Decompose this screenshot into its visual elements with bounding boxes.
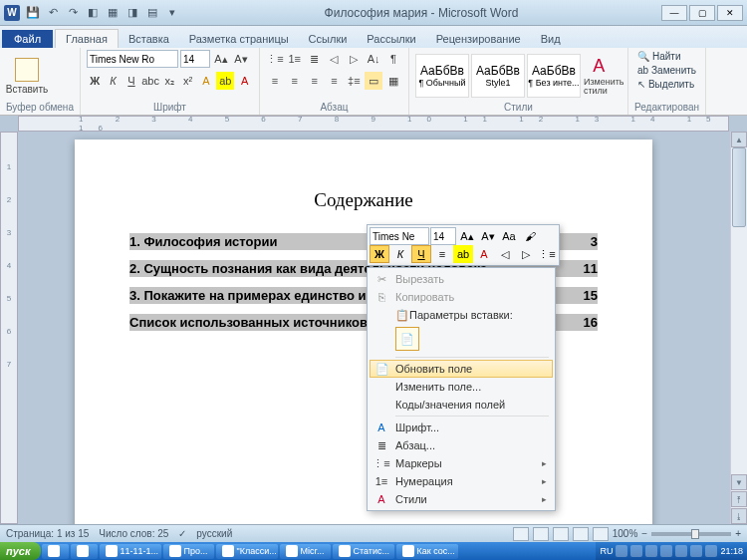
status-proofing-icon[interactable]: ✓ [178, 528, 186, 539]
strike-button[interactable]: abc [141, 72, 159, 90]
maximize-button[interactable]: ▢ [689, 5, 715, 21]
find-button[interactable]: 🔍Найти [634, 50, 699, 63]
menu-paragraph[interactable]: ≣Абзац... [370, 436, 553, 454]
qat-btn-5[interactable]: ▦ [104, 4, 122, 22]
style-3[interactable]: АаБбВв¶ Без инте... [527, 54, 581, 98]
close-button[interactable]: ✕ [717, 5, 743, 21]
bullets-button[interactable]: ⋮≡ [266, 50, 284, 68]
shrink-font-button[interactable]: A▾ [232, 50, 250, 68]
view-draft-button[interactable] [593, 527, 609, 541]
undo-button[interactable]: ↶ [44, 4, 62, 22]
tray-icon[interactable] [675, 545, 687, 557]
tab-view[interactable]: Вид [531, 30, 571, 48]
taskbar-item[interactable]: "Класси... [216, 544, 278, 559]
underline-button[interactable]: Ч [124, 72, 139, 90]
vertical-ruler[interactable]: 1234567 [0, 132, 18, 524]
menu-edit-field[interactable]: Изменить поле... [370, 378, 553, 396]
tray-icon[interactable] [630, 545, 642, 557]
styles-gallery[interactable]: АаБбВв¶ Обычный АаБбВвStyle1 АаБбВв¶ Без… [415, 54, 581, 98]
text-effects-button[interactable]: A [198, 72, 214, 90]
mini-italic-button[interactable]: К [390, 245, 410, 263]
menu-font[interactable]: AШрифт... [370, 419, 553, 436]
view-outline-button[interactable] [573, 527, 589, 541]
line-spacing-button[interactable]: ‡≡ [345, 72, 363, 90]
taskbar-item[interactable]: Про... [163, 544, 214, 559]
mini-align-center-button[interactable]: ≡ [432, 245, 452, 263]
tab-review[interactable]: Рецензирование [426, 30, 531, 48]
taskbar-item[interactable]: 11-11-1... [100, 544, 161, 559]
scroll-up-button[interactable]: ▲ [731, 132, 747, 147]
save-button[interactable]: 💾 [24, 4, 42, 22]
align-center-button[interactable]: ≡ [286, 72, 304, 90]
view-fullscreen-button[interactable] [533, 527, 549, 541]
menu-cut[interactable]: ✂Вырезать [370, 270, 553, 288]
zoom-level[interactable]: 100% [613, 528, 638, 539]
menu-numbering[interactable]: 1≡Нумерация▸ [370, 472, 553, 490]
multilevel-button[interactable]: ≣ [306, 50, 324, 68]
tray-clock[interactable]: 21:18 [720, 546, 743, 556]
taskbar-item[interactable]: Статис... [333, 544, 394, 559]
menu-update-field[interactable]: 📄Обновить поле [370, 360, 553, 378]
vertical-scrollbar[interactable]: ▲ ▼ ⭱ ⭳ [730, 132, 747, 524]
select-button[interactable]: ↖Выделить [634, 78, 699, 91]
tray-icon[interactable] [660, 545, 672, 557]
view-print-layout-button[interactable] [513, 527, 529, 541]
tray-icon[interactable] [645, 545, 657, 557]
tab-file[interactable]: Файл [2, 30, 53, 48]
status-page[interactable]: Страница: 1 из 15 [6, 528, 89, 539]
menu-copy[interactable]: ⎘Копировать [370, 288, 553, 306]
borders-button[interactable]: ▦ [384, 72, 402, 90]
mini-bullets-button[interactable]: ⋮≡ [537, 245, 557, 263]
mini-grow-button[interactable]: A▴ [457, 227, 477, 245]
show-marks-button[interactable]: ¶ [384, 50, 402, 68]
mini-font-color-button[interactable]: A [474, 245, 494, 263]
zoom-in-button[interactable]: + [735, 528, 741, 539]
font-color-button[interactable]: A [236, 72, 252, 90]
redo-button[interactable]: ↷ [64, 4, 82, 22]
quick-launch-1[interactable] [42, 544, 69, 559]
tray-icon[interactable] [705, 545, 717, 557]
document-page[interactable]: Содержание 1. Философия истории3 2. Сущн… [75, 140, 652, 524]
zoom-out-button[interactable]: − [641, 528, 647, 539]
tab-mailings[interactable]: Рассылки [357, 30, 425, 48]
highlight-button[interactable]: ab [216, 72, 234, 90]
view-web-button[interactable] [553, 527, 569, 541]
horizontal-ruler[interactable]: 1 2 3 4 5 6 7 8 9 10 11 12 13 14 15 16 [18, 116, 729, 132]
mini-shrink-button[interactable]: A▾ [478, 227, 498, 245]
mini-underline-button[interactable]: Ч [411, 245, 431, 263]
change-styles-button[interactable]: A Изменить стили [584, 56, 624, 96]
minimize-button[interactable]: — [661, 5, 687, 21]
mini-indent-more-button[interactable]: ▷ [516, 245, 536, 263]
align-right-button[interactable]: ≡ [306, 72, 324, 90]
decrease-indent-button[interactable]: ◁ [326, 50, 344, 68]
qat-btn-7[interactable]: ▤ [143, 4, 161, 22]
style-normal[interactable]: АаБбВв¶ Обычный [415, 54, 469, 98]
shading-button[interactable]: ▭ [365, 72, 382, 90]
prev-page-button[interactable]: ⭱ [731, 491, 747, 507]
status-language[interactable]: русский [196, 528, 232, 539]
italic-button[interactable]: К [105, 72, 121, 90]
menu-bullets[interactable]: ⋮≡Маркеры▸ [370, 454, 553, 472]
increase-indent-button[interactable]: ▷ [345, 50, 363, 68]
tab-references[interactable]: Ссылки [299, 30, 358, 48]
paste-button[interactable]: Вставить [6, 58, 48, 95]
replace-button[interactable]: abЗаменить [634, 64, 699, 77]
tab-layout[interactable]: Разметка страницы [179, 30, 299, 48]
tab-insert[interactable]: Вставка [119, 30, 179, 48]
numbering-button[interactable]: 1≡ [286, 50, 304, 68]
bold-button[interactable]: Ж [87, 72, 103, 90]
qat-btn-6[interactable]: ◨ [124, 4, 141, 22]
grow-font-button[interactable]: A▴ [212, 50, 230, 68]
mini-bold-button[interactable]: Ж [370, 245, 389, 263]
mini-indent-less-button[interactable]: ◁ [495, 245, 515, 263]
justify-button[interactable]: ≡ [326, 72, 344, 90]
scroll-down-button[interactable]: ▼ [731, 474, 747, 490]
mini-size-combo[interactable] [430, 227, 456, 245]
next-page-button[interactable]: ⭳ [731, 508, 747, 524]
status-words[interactable]: Число слов: 25 [99, 528, 168, 539]
zoom-slider[interactable] [651, 532, 731, 536]
font-size-combo[interactable] [180, 50, 210, 68]
sort-button[interactable]: A↓ [365, 50, 382, 68]
subscript-button[interactable]: x₂ [161, 72, 177, 90]
mini-styles-button[interactable]: Aa [499, 227, 519, 245]
